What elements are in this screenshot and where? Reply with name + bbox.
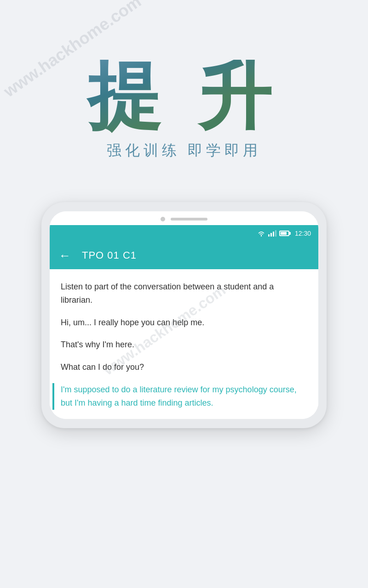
battery-icon — [279, 231, 289, 236]
signal-icon — [268, 230, 276, 237]
hero-section: 提 升 强化训练 即学即用 — [0, 0, 368, 211]
content-line-4: What can I do for you? — [61, 361, 307, 374]
toolbar-title: TPO 01 C1 — [82, 249, 137, 261]
content-line-5: I'm supposed to do a literature review f… — [52, 383, 307, 410]
app-screen: 12:30 ← TPO 01 C1 Listen to part of the … — [50, 225, 318, 419]
content-line-3: That's why I'm here. — [61, 338, 307, 351]
hero-subtitle: 强化训练 即学即用 — [107, 141, 262, 161]
wifi-icon — [257, 230, 265, 237]
hero-title: 提 升 — [78, 60, 290, 133]
content-area: Listen to part of the conversation betwe… — [50, 269, 318, 419]
sensor-bar — [171, 218, 207, 220]
content-line-2: Hi, um... I really hope you can help me. — [61, 316, 307, 329]
back-button[interactable]: ← — [59, 249, 71, 261]
status-bar: 12:30 — [50, 225, 318, 242]
phone-sensors — [50, 211, 318, 225]
content-line-1: Listen to part of the conversation betwe… — [61, 280, 307, 307]
sensor-dot — [161, 217, 165, 221]
status-time: 12:30 — [295, 230, 311, 237]
status-icons — [257, 230, 289, 237]
phone-section: 12:30 ← TPO 01 C1 Listen to part of the … — [0, 202, 368, 428]
app-toolbar: ← TPO 01 C1 — [50, 242, 318, 269]
phone-frame: 12:30 ← TPO 01 C1 Listen to part of the … — [41, 202, 327, 428]
phone-inner: 12:30 ← TPO 01 C1 Listen to part of the … — [50, 211, 318, 419]
